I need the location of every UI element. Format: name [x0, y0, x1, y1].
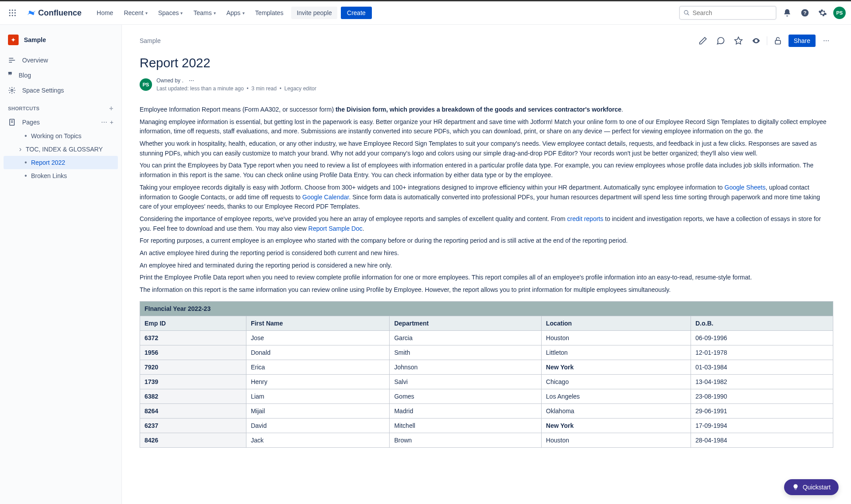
chevron-right-icon[interactable]: ›	[18, 145, 23, 153]
tree-broken-links[interactable]: • Broken Links	[4, 169, 118, 182]
create-button[interactable]: Create	[341, 7, 372, 19]
pages-icon	[8, 118, 16, 126]
link-google-sheets[interactable]: Google Sheets	[725, 184, 766, 191]
last-updated: Last updated: less than a minute ago	[156, 85, 244, 92]
restrictions-icon[interactable]	[771, 34, 785, 48]
chevron-down-icon: ▾	[180, 11, 183, 16]
svg-point-4	[12, 12, 13, 14]
link-report-sample-doc[interactable]: Report Sample Doc	[308, 225, 363, 232]
main-content: Sample Share ⋯ Report 2022 PS Owned by .…	[122, 25, 851, 504]
table-title: FInancial Year 2022-23	[140, 301, 833, 316]
overview-icon	[8, 56, 16, 64]
svg-point-7	[12, 15, 13, 16]
chevron-down-icon: ▾	[214, 11, 216, 16]
byline: PS Owned by . ⋯ Last updated: less than …	[140, 77, 833, 93]
table-header-row: Emp ID First Name Department Location D.…	[140, 316, 833, 330]
nav-apps[interactable]: Apps▾	[222, 7, 249, 19]
svg-line-10	[687, 14, 689, 16]
byline-more-icon[interactable]: ⋯	[189, 77, 194, 85]
app-name: Confluence	[38, 8, 82, 18]
edit-icon[interactable]	[696, 34, 710, 48]
table-row: 1739HenrySalviChicago13-04-1982	[140, 374, 833, 389]
user-avatar[interactable]: PS	[833, 7, 846, 19]
nav-templates[interactable]: Templates	[251, 7, 288, 19]
search-box[interactable]	[679, 6, 777, 20]
chevron-down-icon: ▾	[242, 11, 245, 16]
author-avatar[interactable]: PS	[140, 78, 152, 91]
invite-people-button[interactable]: Invite people	[291, 7, 337, 19]
svg-point-16	[11, 89, 13, 92]
bullet-icon: •	[23, 159, 28, 167]
sidebar: ✦ Sample Overview ❞ Blog + Space Setting…	[0, 25, 122, 504]
nav-home[interactable]: Home	[92, 7, 117, 19]
pages-more-icon[interactable]: ⋯	[101, 119, 107, 126]
sidebar-pages[interactable]: Pages ⋯ +	[4, 115, 118, 129]
app-switcher-icon[interactable]	[5, 6, 20, 20]
tree-toc-index[interactable]: › TOC, INDEX & GLOSSARY	[4, 143, 118, 156]
add-page-icon[interactable]: +	[110, 119, 113, 126]
svg-point-3	[9, 12, 11, 14]
svg-point-9	[684, 11, 688, 14]
space-header[interactable]: ✦ Sample	[4, 32, 118, 48]
lightbulb-icon	[792, 484, 799, 491]
tree-working-on-topics[interactable]: • Working on Topics	[4, 129, 118, 143]
nav-teams[interactable]: Teams▾	[189, 7, 220, 19]
sidebar-blog[interactable]: ❞ Blog +	[4, 67, 118, 83]
nav-recent[interactable]: Recent▾	[119, 7, 152, 19]
svg-point-5	[15, 12, 16, 14]
space-name: Sample	[24, 36, 46, 43]
more-actions-icon[interactable]: ⋯	[819, 34, 833, 48]
page-header: Sample Share ⋯	[140, 34, 833, 48]
nav-items: Home Recent▾ Spaces▾ Teams▾ Apps▾ Templa…	[92, 7, 288, 19]
page-title: Report 2022	[140, 56, 833, 70]
top-navigation: Confluence Home Recent▾ Spaces▾ Teams▾ A…	[0, 0, 851, 25]
quickstart-button[interactable]: Quickstart	[784, 479, 839, 495]
settings-icon[interactable]	[816, 6, 830, 20]
svg-rect-22	[775, 40, 781, 44]
table-row: 7920EricaJohnsonNew York01-03-1984	[140, 360, 833, 374]
employee-table: FInancial Year 2022-23 Emp ID First Name…	[140, 301, 833, 448]
help-icon[interactable]: ?	[798, 6, 812, 20]
bullet-icon: •	[23, 132, 28, 140]
link-google-calendar[interactable]: Google Calendar	[302, 194, 349, 201]
svg-point-0	[9, 10, 11, 11]
share-button[interactable]: Share	[789, 35, 816, 47]
svg-point-8	[15, 15, 16, 16]
blog-icon: ❞	[8, 70, 12, 80]
svg-point-1	[12, 10, 13, 11]
svg-point-2	[15, 10, 16, 11]
table-row: 8264MijailMadridOklahoma29-06-1991	[140, 403, 833, 418]
search-input[interactable]	[692, 9, 772, 16]
table-row: 6382LiamGomesLos Angeles23-08-1990	[140, 389, 833, 403]
svg-point-21	[755, 40, 757, 41]
add-shortcut-icon[interactable]: +	[109, 105, 113, 112]
sidebar-space-settings[interactable]: Space Settings	[4, 83, 118, 97]
table-row: 6237DavidMitchellNew York17-09-1994	[140, 418, 833, 433]
tree-report-2022[interactable]: • Report 2022	[4, 156, 118, 169]
search-icon	[683, 9, 690, 16]
read-time: 3 min read	[251, 85, 277, 92]
chevron-down-icon: ▾	[145, 11, 148, 16]
page-actions: Share ⋯	[696, 34, 833, 48]
link-credit-reports[interactable]: credit reports	[567, 215, 604, 222]
gear-icon	[8, 86, 16, 94]
nav-spaces[interactable]: Spaces▾	[154, 7, 187, 19]
shortcuts-heading: SHORTCUTS +	[4, 97, 118, 115]
svg-point-6	[9, 15, 11, 16]
legacy-editor: Legacy editor	[285, 85, 316, 92]
star-icon[interactable]	[731, 34, 746, 48]
notifications-icon[interactable]	[780, 6, 794, 20]
bullet-icon: •	[23, 172, 28, 180]
space-icon: ✦	[8, 35, 19, 45]
comment-icon[interactable]	[714, 34, 728, 48]
breadcrumb[interactable]: Sample	[140, 37, 160, 44]
divider	[767, 36, 767, 45]
watch-icon[interactable]	[749, 34, 763, 48]
table-row: 1956DonaldSmithLittleton12-01-1978	[140, 345, 833, 360]
svg-marker-20	[734, 37, 742, 44]
sidebar-overview[interactable]: Overview	[4, 53, 118, 67]
page-body: Employee Information Report means (Form …	[140, 105, 833, 295]
table-row: 6372JoseGarciaHouston06-09-1996	[140, 330, 833, 345]
confluence-logo[interactable]: Confluence	[23, 8, 85, 18]
svg-text:?: ?	[803, 10, 806, 16]
